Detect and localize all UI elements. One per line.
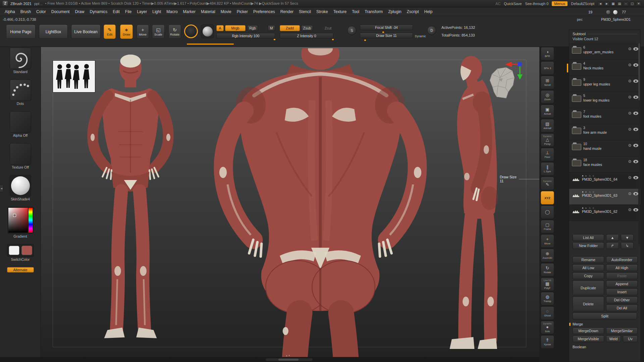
merge-down-button[interactable]: MergeDown — [573, 327, 604, 334]
boolean-section-header[interactable]: Boolean — [573, 345, 637, 349]
subtool-item-0[interactable]: 6upper_arm_musles⚙ — [569, 44, 640, 60]
brush-selector[interactable]: Standard — [10, 48, 31, 74]
draw-button[interactable]: ∗ Draw — [120, 24, 133, 39]
tool-sphere-icon[interactable] — [613, 10, 618, 15]
strip-actual-button[interactable]: ▣Actual — [541, 105, 554, 118]
append-button[interactable]: Append — [606, 281, 638, 287]
gear-icon[interactable]: ⚙ — [628, 79, 632, 83]
channel-a-button[interactable]: A — [216, 25, 224, 31]
merge-section-header[interactable]: Merge — [573, 322, 637, 326]
menu-render[interactable]: Render — [278, 8, 296, 15]
strip-aahalf-button[interactable]: ▧AAHalf — [541, 119, 554, 132]
subtool-item-6[interactable]: 10hand musle⚙ — [569, 140, 640, 157]
depth-knob[interactable]: D — [427, 26, 436, 35]
eye-icon[interactable] — [633, 47, 638, 51]
minimize-icon[interactable]: – — [623, 1, 629, 6]
eye-icon[interactable] — [633, 79, 638, 83]
quicksave-button[interactable]: QuickSave — [504, 2, 522, 6]
subtool-item-3[interactable]: 5lower leg musles⚙ — [569, 92, 640, 108]
color-field[interactable] — [8, 208, 28, 233]
menu-material[interactable]: Material — [198, 8, 218, 15]
gradient-picker[interactable] — [7, 207, 34, 234]
eye-icon[interactable] — [633, 176, 638, 179]
menu-transform[interactable]: Transform — [362, 8, 385, 15]
eye-icon[interactable] — [633, 112, 638, 115]
eye-icon[interactable] — [633, 63, 638, 67]
subtool-item-10[interactable]: ● ◐ ○ ○PM3D_Sphere3D1_62⚙ — [569, 205, 640, 221]
gear-icon[interactable]: ⚙ — [628, 111, 632, 115]
horizontal-scrollbar[interactable] — [266, 358, 313, 361]
gear-icon[interactable]: ⚙ — [628, 208, 632, 212]
menu-stencil[interactable]: Stencil — [296, 8, 314, 15]
stroke-knob[interactable]: S — [347, 26, 357, 35]
stroke-selector[interactable]: Dots — [10, 79, 31, 106]
strip-xpose-button[interactable]: ⇑Xpose — [541, 335, 554, 349]
gear-icon[interactable]: ⚙ — [628, 192, 632, 196]
draw-size-slider[interactable]: Draw Size 11 — [360, 33, 413, 38]
strip-lsym-button[interactable]: ∥L.Sym — [541, 162, 554, 176]
hue-strip[interactable] — [29, 208, 33, 233]
menu-dynamics[interactable]: Dynamics — [87, 8, 110, 15]
axis-gizmo[interactable] — [504, 61, 524, 81]
subtool-header[interactable]: Subtool — [573, 32, 637, 36]
move-out-folder-button[interactable]: ↳ — [621, 242, 634, 249]
menu-draw[interactable]: Draw — [72, 8, 87, 15]
menu-tool[interactable]: Tool — [349, 8, 362, 15]
menu-edit[interactable]: Edit — [110, 8, 122, 15]
gear-icon[interactable]: ⚙ — [628, 127, 632, 131]
menu-light[interactable]: Light — [150, 8, 164, 15]
dock-right-icon[interactable]: ► — [604, 1, 609, 6]
menu-picker[interactable]: Picker — [234, 8, 251, 15]
viewport-canvas[interactable]: Draw Size 11 — [41, 47, 539, 357]
strip-rotate-button[interactable]: ↻Rotate — [541, 263, 554, 277]
menu-color[interactable]: Color — [34, 8, 49, 15]
copy-button[interactable]: Copy — [573, 273, 604, 279]
del-all-button[interactable]: Del All — [606, 305, 638, 311]
gear-icon[interactable]: ⚙ — [628, 176, 632, 180]
autoreorder-button[interactable]: AutoReorder — [606, 256, 638, 263]
list-all-button[interactable]: List All — [573, 234, 604, 241]
strip-solo-button[interactable]: Dynamic●Solo — [541, 321, 554, 334]
channel-rgb-button[interactable]: Rgb — [247, 25, 258, 31]
strip-polyf-button[interactable]: Line Fill▩PolyF — [541, 278, 554, 291]
secondary-color-swatch[interactable] — [21, 246, 32, 255]
figure-back[interactable] — [188, 48, 453, 357]
menu-help[interactable]: Help — [422, 8, 435, 15]
visible-count[interactable]: Visible Count 12 — [573, 37, 637, 42]
strip-persp-button[interactable]: Dynamic△Persp — [541, 133, 554, 147]
menu-zplugin[interactable]: Zplugin — [385, 8, 404, 15]
subtool-item-1[interactable]: 4Neck musles⚙ — [569, 60, 640, 76]
eye-icon[interactable] — [633, 208, 638, 212]
channel-m-button[interactable]: M — [268, 25, 275, 31]
menu-alpha[interactable]: Alpha — [2, 8, 18, 15]
panel-scrollbar[interactable] — [638, 43, 640, 244]
menus-button[interactable]: Menus — [552, 1, 568, 6]
subtool-item-8[interactable]: ● ◐ ○ ○PM3D_Sphere3D1_64⚙ — [569, 173, 640, 189]
dock-left-icon[interactable]: ◄ — [598, 1, 603, 6]
move-into-folder-button[interactable]: ↱ — [606, 242, 619, 249]
gear-icon[interactable]: ⚙ — [628, 63, 632, 67]
switch-color[interactable]: SwitchColor — [7, 244, 34, 261]
subtool-item-5[interactable]: 3fore arm musle⚙ — [569, 124, 640, 140]
move-button[interactable]: + Move — [137, 24, 149, 39]
home-page-button[interactable]: Home Page — [6, 24, 36, 39]
rgb-intensity-slider[interactable]: Rgb Intensity 100 — [216, 33, 275, 39]
eye-icon[interactable] — [633, 144, 638, 147]
menu-zscript[interactable]: Zscript — [404, 8, 422, 15]
new-folder-button[interactable]: New Folder — [573, 242, 604, 249]
strip-circle-tool-button[interactable]: ◯ — [541, 205, 554, 219]
tool-sphere-icon[interactable] — [606, 10, 611, 15]
eye-icon[interactable] — [633, 160, 638, 163]
rotate-button[interactable]: ↻ Rotate — [168, 24, 181, 39]
gear-icon[interactable]: ⚙ — [628, 160, 632, 164]
zadd-button[interactable]: Zadd — [280, 25, 300, 31]
layers-icon[interactable]: ▤ — [617, 1, 622, 6]
figure-front[interactable] — [69, 50, 192, 353]
menu-macro[interactable]: Macro — [164, 8, 180, 15]
menu-brush[interactable]: Brush — [18, 8, 34, 15]
primary-color-swatch[interactable] — [9, 246, 19, 255]
insert-button[interactable]: Insert — [606, 289, 638, 295]
alternate-toggle[interactable]: Alternate — [7, 267, 34, 273]
zsub-button[interactable]: Zsub — [301, 25, 313, 31]
menu-marker[interactable]: Marker — [180, 8, 198, 15]
